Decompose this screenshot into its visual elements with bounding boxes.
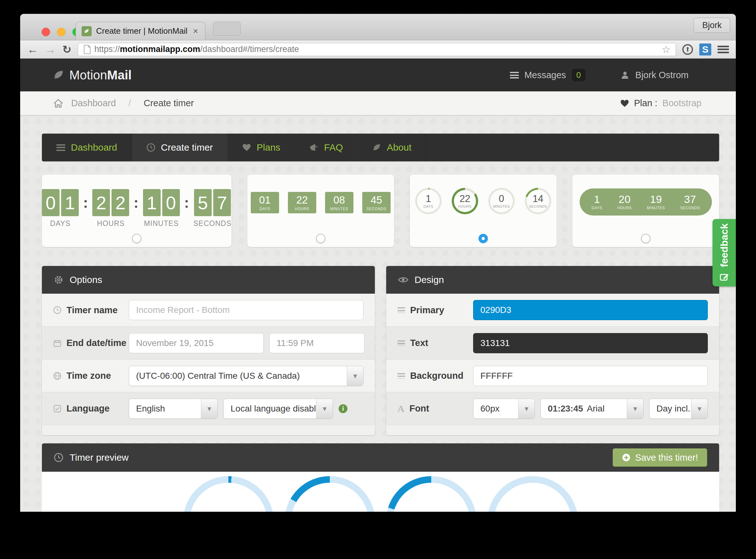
time-zone-row: Time zone (UTC-06:00) Central Time (US &… [42,359,375,392]
timer-name-input[interactable] [129,300,364,320]
clock-icon [54,453,63,462]
text-color-row: Text [386,327,719,359]
app-header: MotionMail Messages 0 Bjork Ostrom [20,59,736,91]
timer-style-bar-card[interactable]: 1DAYS 20HOURS 19MINUTES 37SECONDS [572,175,719,247]
options-panel-header: Options [42,266,375,294]
nav-tab-create-timer[interactable]: Create timer [132,134,228,161]
clock-icon [53,306,62,314]
calendar-icon [53,339,62,347]
nav-tab-about[interactable]: About [358,134,426,161]
timer-style-options: 0 1 DAYS : 2 2 HOURS : [42,175,719,247]
home-icon [53,99,63,108]
brand-motion: Motion [69,68,107,82]
language-row: Language English ▾ Local language disabl… [42,392,375,425]
primary-color-row: Primary [386,294,719,327]
chevron-down-icon: ▾ [691,399,708,419]
bar-timer-preview: 1DAYS 20HOURS 19MINUTES 37SECONDS [580,188,712,216]
timer-style-circles-card[interactable]: 1DAYS 22HOURS 0MINUTES 14SECONDS [410,175,557,247]
nav-tab-dashboard[interactable]: Dashboard [42,134,132,161]
timer-name-row: Timer name [42,294,375,327]
font-row: A Font 60px ▾ 01:23:45 Arial ▾ [386,392,719,425]
preview-hours-circle: 7 [284,476,375,512]
minimize-window-button[interactable] [57,28,66,36]
flip-timer-preview: 0 1 DAYS : 2 2 HOURS : [42,189,231,228]
blocks-timer-preview: 01DAYS 22HOURS 08MINUTES 45SECONDS [251,192,391,213]
timer-preview-header: Timer preview Save this timer! [42,443,719,472]
timer-style-blocks-card[interactable]: 01DAYS 22HOURS 08MINUTES 45SECONDS [247,175,394,247]
preview-days-circle: 0 [183,476,274,512]
design-title: Design [415,274,444,285]
chevron-down-icon: ▾ [518,399,534,419]
background-color-input[interactable] [473,366,708,386]
eye-icon [398,276,408,284]
font-label: Font [410,403,429,414]
chevron-down-icon: ▾ [201,399,217,419]
font-size-select[interactable]: 60px ▾ [473,399,535,419]
password-extension-icon[interactable] [682,44,693,55]
language-select[interactable]: English ▾ [129,399,217,419]
options-title: Options [70,274,102,285]
close-window-button[interactable] [42,28,50,36]
user-name: Bjork Ostrom [635,70,689,80]
end-datetime-label: End date/time [66,338,126,348]
end-time-input[interactable] [269,333,364,353]
timer-style-flip-card[interactable]: 0 1 DAYS : 2 2 HOURS : [42,175,231,247]
url-text: https://motionmailapp.com/dashboard#/tim… [94,44,658,54]
dashboard-list-icon [56,144,65,151]
forward-button[interactable]: → [45,44,56,55]
layers-icon [397,340,405,346]
messages-label: Messages [525,70,566,80]
text-label: Text [410,338,428,348]
font-display-select[interactable]: Day incl... ▾ [649,399,708,419]
main-nav: Dashboard Create timer Plans FAQ [42,134,719,161]
layers-icon [397,373,405,379]
save-timer-button[interactable]: Save this timer! [613,448,707,467]
timer-style-bar-radio[interactable] [641,234,650,243]
new-tab-button[interactable] [213,22,240,36]
timer-style-circles-radio[interactable] [479,234,488,243]
globe-icon [53,372,62,380]
local-language-select[interactable]: Local language disabled ▾ [223,399,333,419]
breadcrumb-current: Create timer [144,98,194,108]
reload-button[interactable]: ↻ [62,43,71,56]
page-icon [83,45,91,54]
end-date-input[interactable] [129,333,264,353]
time-zone-label: Time zone [66,371,111,381]
plan-indicator: Plan : Bootstrap [620,98,702,108]
chevron-down-icon: ▾ [316,399,333,419]
nav-tab-plans[interactable]: Plans [228,134,295,161]
messages-count-badge: 0 [572,69,586,81]
address-bar[interactable]: https://motionmailapp.com/dashboard#/tim… [78,43,676,56]
background-label: Background [410,371,463,381]
s-extension-icon[interactable]: S [699,44,711,55]
timer-style-flip-radio[interactable] [132,234,141,243]
motionmail-logo[interactable]: MotionMail [53,68,132,82]
layers-icon [397,307,405,313]
language-label: Language [66,403,110,414]
timer-name-label: Timer name [66,305,117,315]
info-icon[interactable]: i [339,404,347,413]
tab-close-icon[interactable]: × [192,26,199,36]
options-panel-footer [42,425,375,435]
browser-toolbar: ← → ↻ https://motionmailapp.com/dashboar… [20,40,736,59]
browser-tab[interactable]: Create timer | MotionMail × [76,22,205,40]
browser-menu-icon[interactable] [717,46,729,53]
heart-icon [620,99,629,108]
plus-circle-icon [622,453,631,462]
messages-menu[interactable]: Messages 0 [510,69,586,81]
browser-profile-button[interactable]: Bjork [694,18,730,33]
user-menu[interactable]: Bjork Ostrom [620,70,689,80]
design-panel-footer [386,425,719,435]
feedback-tab[interactable]: feedback [712,219,736,286]
breadcrumb-dashboard-link[interactable]: Dashboard [71,98,116,108]
user-icon [620,70,630,80]
primary-color-input[interactable] [473,300,708,320]
browser-window: Create timer | MotionMail × Bjork ← → ↻ … [20,14,736,512]
bookmark-star-icon[interactable]: ☆ [662,44,671,55]
back-button[interactable]: ← [27,44,39,55]
timer-style-blocks-radio[interactable] [316,234,325,243]
time-zone-select[interactable]: (UTC-06:00) Central Time (US & Canada) ▾ [129,366,364,386]
font-family-select[interactable]: 01:23:45 Arial ▾ [541,399,644,419]
text-color-input[interactable] [473,333,708,353]
nav-tab-faq[interactable]: FAQ [295,134,358,161]
